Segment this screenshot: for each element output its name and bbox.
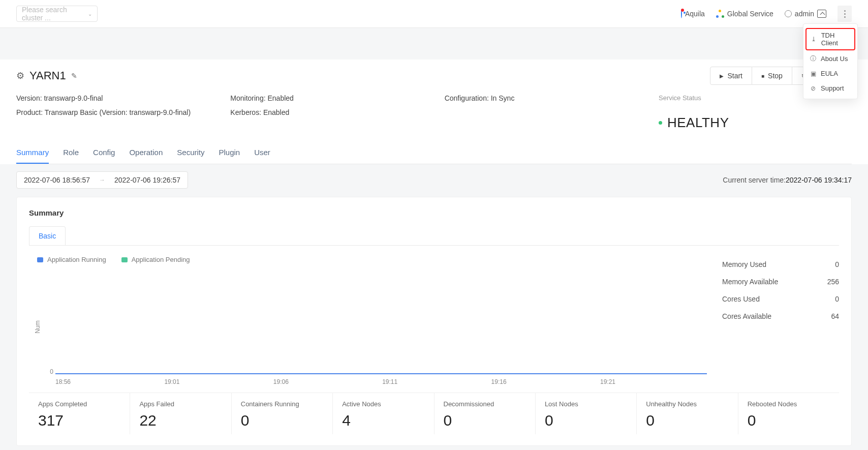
stats-row: Apps Completed317 Apps Failed22 Containe… (29, 393, 839, 434)
expand-icon[interactable] (817, 10, 826, 18)
stat-apps-completed: Apps Completed317 (29, 393, 130, 434)
tab-operation[interactable]: Operation (129, 143, 163, 164)
metric-memory-available: Memory Available256 (722, 273, 839, 290)
edit-icon[interactable]: ✎ (71, 72, 77, 80)
basic-tab[interactable]: Basic (29, 226, 66, 245)
stat-containers-running: Containers Running0 (232, 393, 333, 434)
info-icon: ⓘ (810, 55, 817, 63)
search-placeholder: Please search cluster ... (22, 6, 88, 22)
admin-menu[interactable]: admin (785, 10, 826, 18)
metric-cores-used: Cores Used0 (722, 290, 839, 308)
dropdown-eula[interactable]: ▣ EULA (803, 66, 857, 81)
more-menu-button[interactable] (838, 6, 852, 22)
chart-legend: Application Running Application Pending (37, 256, 712, 263)
notification-dot-icon (681, 9, 684, 12)
tab-plugin[interactable]: Plugin (219, 143, 240, 164)
status-dot-icon (659, 121, 662, 125)
y-tick-0: 0 (48, 368, 53, 375)
tab-config[interactable]: Config (93, 143, 115, 164)
legend-color-icon (37, 257, 43, 262)
stat-active-nodes: Active Nodes4 (333, 393, 434, 434)
server-time: Current server time:2022-07-06 19:34:17 (723, 176, 852, 184)
dropdown-support[interactable]: ⊘ Support (803, 81, 857, 96)
aquila-link[interactable]: Aquila (681, 10, 705, 18)
global-service-icon (716, 10, 724, 18)
summary-card: Summary Basic Application Running Applic… (16, 197, 852, 446)
stat-rebooted-nodes: Rebooted Nodes0 (738, 393, 839, 434)
metric-cores-available: Cores Available64 (722, 308, 839, 325)
sub-band (0, 28, 868, 59)
stat-lost-nodes: Lost Nodes0 (536, 393, 637, 434)
info-row: Version: transwarp-9.0-final Product: Tr… (16, 85, 852, 137)
tab-security[interactable]: Security (177, 143, 204, 164)
legend-running: Application Running (37, 256, 106, 263)
range-to: 2022-07-06 19:26:57 (114, 176, 180, 184)
metrics-panel: Memory Used0 Memory Available256 Cores U… (722, 256, 839, 385)
kerberos-info: Kerberos: Enabled (230, 108, 444, 116)
arrow-right-icon: → (99, 176, 105, 184)
dropdown-about-us[interactable]: ⓘ About Us (803, 51, 857, 66)
title-row: ⚙ YARN1 ✎ ▶Start ■Stop ↻Restart (16, 59, 852, 85)
global-service-link[interactable]: Global Service (716, 10, 773, 18)
stop-icon: ■ (761, 73, 764, 79)
stat-unhealthy-nodes: Unhealthy Nodes0 (637, 393, 738, 434)
page-title: YARN1 (29, 69, 66, 82)
chart-wrap: Application Running Application Pending … (29, 245, 839, 385)
service-icon: ⚙ (16, 70, 24, 81)
download-icon: ⤓ (811, 36, 817, 43)
support-icon: ⊘ (810, 85, 817, 92)
cluster-search[interactable]: Please search cluster ... ⌄ (16, 6, 98, 22)
legend-pending: Application Pending (121, 256, 190, 263)
tab-summary[interactable]: Summary (16, 143, 49, 164)
stop-button[interactable]: ■Stop (752, 67, 792, 85)
time-range-row: 2022-07-06 18:56:57 → 2022-07-06 19:26:5… (16, 171, 852, 189)
product-info: Product: Transwarp Basic (Version: trans… (16, 108, 230, 116)
start-button[interactable]: ▶Start (710, 67, 752, 85)
more-vertical-icon (844, 10, 846, 18)
configuration-info: Configuration: In Sync (445, 94, 659, 102)
topbar: Please search cluster ... ⌄ Aquila Globa… (0, 0, 868, 28)
more-dropdown: ⤓ TDH Client ⓘ About Us ▣ EULA ⊘ Support (803, 23, 858, 99)
monitoring-info: Monitoring: Enabled (230, 94, 444, 102)
stat-decommissioned: Decommissioned0 (435, 393, 536, 434)
tab-role[interactable]: Role (63, 143, 79, 164)
version-info: Version: transwarp-9.0-final (16, 94, 230, 102)
dropdown-tdh-client[interactable]: ⤓ TDH Client (805, 28, 855, 50)
chart-area: Num 0 18:56 19:01 19:06 19:11 19:16 19:2… (29, 268, 712, 385)
summary-title: Summary (29, 208, 839, 217)
range-from: 2022-07-06 18:56:57 (24, 176, 90, 184)
time-range-picker[interactable]: 2022-07-06 18:56:57 → 2022-07-06 19:26:5… (16, 171, 188, 189)
metric-memory-used: Memory Used0 (722, 256, 839, 273)
series-line (55, 373, 707, 374)
stat-apps-failed: Apps Failed22 (130, 393, 231, 434)
chevron-down-icon: ⌄ (88, 11, 92, 17)
tab-user[interactable]: User (254, 143, 270, 164)
user-icon (785, 10, 792, 17)
y-axis-label: Num (34, 320, 41, 333)
document-icon: ▣ (810, 70, 817, 77)
service-status: HEALTHY (659, 115, 852, 131)
legend-color-icon (121, 257, 128, 262)
tabs: Summary Role Config Operation Security P… (16, 143, 852, 164)
x-ticks: 18:56 19:01 19:06 19:11 19:16 19:21 (55, 378, 707, 385)
play-icon: ▶ (720, 73, 724, 79)
